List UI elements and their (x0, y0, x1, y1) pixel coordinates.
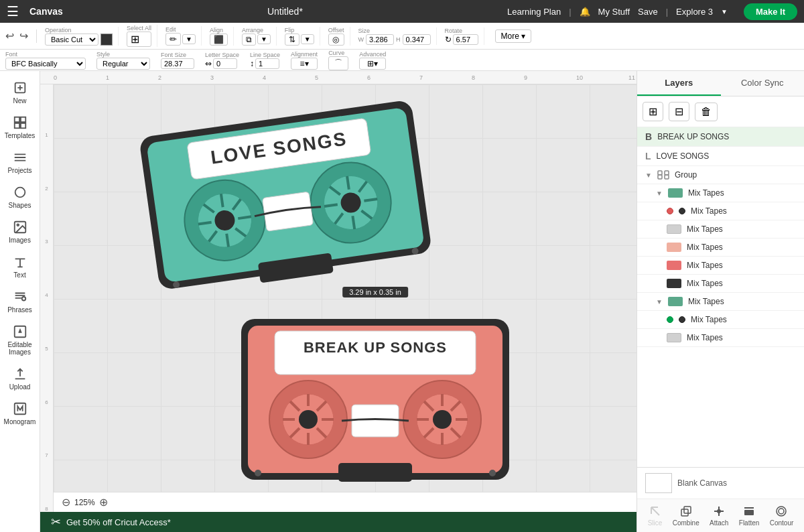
style-select[interactable]: Regular (96, 58, 150, 70)
style-label: Style (96, 51, 150, 58)
layer-mix-tapes-1b[interactable]: Mix Tapes (637, 220, 804, 239)
contour-label: Contour (770, 519, 794, 527)
arrange-chevron-icon[interactable]: ▼ (257, 34, 271, 44)
operation-color-swatch[interactable] (100, 34, 113, 46)
make-it-button[interactable]: Make It (744, 3, 797, 20)
sidebar-item-projects[interactable]: Projects (3, 146, 38, 178)
bell-icon[interactable]: 🔔 (580, 7, 590, 17)
layer-mix-tapes-1[interactable]: ▼ Mix Tapes (637, 184, 804, 202)
layer-mix-tapes-1e[interactable]: Mix Tapes (637, 275, 804, 293)
edit-chevron-icon[interactable]: ▼ (182, 34, 196, 44)
sidebar-item-phrases[interactable]: Phrases (3, 285, 38, 318)
layer-love-songs[interactable]: L LOVE SONGS (637, 147, 804, 166)
svg-line-32 (352, 216, 354, 229)
layer-mix-tapes-2[interactable]: ▼ Mix Tapes (637, 293, 804, 311)
size-h-input[interactable] (403, 34, 431, 45)
more-button[interactable]: More ▾ (495, 29, 532, 43)
flip-chevron-icon[interactable]: ▼ (301, 34, 314, 44)
cassette-break-up-songs[interactable]: 3.29 in x 0.35 in BREAK UP SONGS (234, 306, 516, 490)
layer-mix-tapes-2a[interactable]: Mix Tapes (637, 311, 804, 329)
explore-button[interactable]: Explore 3 (676, 7, 713, 17)
alignment-label: Alignment (291, 51, 318, 58)
flatten-tool[interactable]: Flatten (739, 505, 760, 527)
contour-tool[interactable]: Contour (770, 505, 794, 527)
svg-rect-39 (262, 192, 313, 231)
curve-button[interactable]: ⌒ (328, 56, 348, 70)
sidebar-item-text[interactable]: Text (3, 251, 38, 283)
promo-text[interactable]: Get 50% off Cricut Access* (66, 517, 171, 527)
rotate-label: Rotate (445, 27, 478, 34)
size-w-input[interactable] (366, 34, 394, 45)
cassette-love-songs[interactable]: LOVE SONGS (129, 84, 440, 302)
layer-mix-tapes-1d-icon (667, 261, 681, 270)
zoom-out-button[interactable]: ⊖ (62, 496, 70, 509)
svg-rect-77 (681, 509, 688, 516)
panel-delete-button[interactable]: 🗑 (695, 103, 718, 121)
svg-point-72 (489, 470, 496, 476)
line-space-input[interactable] (255, 58, 279, 69)
sidebar-text-label: Text (13, 271, 25, 279)
svg-line-22 (198, 222, 212, 224)
tab-layers[interactable]: Layers (637, 71, 721, 96)
font-select[interactable]: BFC Basically (5, 58, 86, 70)
line-space-label: Line Space (250, 52, 280, 58)
sidebar-item-upload[interactable]: Upload (3, 362, 38, 395)
explore-chevron-icon: ▼ (721, 8, 728, 15)
panel-ungroup-button[interactable]: ⊟ (669, 102, 689, 121)
flip-icon[interactable]: ⇅ (285, 34, 299, 46)
group-icon (657, 170, 669, 180)
advanced-button[interactable]: ⊞▾ (359, 58, 386, 70)
arrange-icon[interactable]: ⧉ (242, 34, 256, 46)
menu-icon[interactable]: ☰ (7, 3, 19, 19)
layer-mix-tapes-2b-icon (667, 333, 681, 342)
sidebar-item-templates[interactable]: Templates (3, 111, 38, 143)
zoom-level: 125% (74, 498, 95, 507)
layer-mix-tapes-1e-label: Mix Tapes (687, 279, 723, 288)
attach-tool[interactable]: Attach (710, 505, 728, 527)
size-tooltip: 3.29 in x 0.35 in (342, 287, 408, 297)
svg-point-71 (255, 470, 261, 476)
tab-color-sync[interactable]: Color Sync (721, 71, 805, 96)
arrange-label: Arrange (242, 27, 271, 34)
layer-mix-tapes-1c[interactable]: Mix Tapes (637, 239, 804, 257)
panel-group-button[interactable]: ⊞ (643, 102, 663, 121)
sidebar-shapes-label: Shapes (9, 202, 31, 209)
sidebar-images-label: Images (9, 237, 31, 244)
svg-point-60 (433, 410, 452, 429)
svg-line-31 (347, 176, 349, 190)
save-button[interactable]: Save (638, 7, 658, 17)
my-stuff-link[interactable]: My Stuff (598, 7, 630, 17)
sidebar-item-new[interactable]: New (3, 76, 38, 109)
layer-group-chevron-icon[interactable]: ▼ (645, 172, 652, 179)
layer-mix-tapes-2-chevron-icon[interactable]: ▼ (656, 298, 663, 306)
redo-button[interactable]: ↪ (19, 29, 28, 42)
layer-group[interactable]: ▼ Group (637, 166, 804, 184)
svg-line-33 (324, 204, 338, 206)
right-nav: Learning Plan | 🔔 My Stuff Save | Explor… (507, 7, 728, 17)
layer-mix-tapes-1a[interactable]: Mix Tapes (637, 202, 804, 220)
rotate-input[interactable] (453, 34, 478, 45)
combine-tool[interactable]: Combine (673, 505, 699, 527)
sidebar-item-images[interactable]: Images (3, 216, 38, 248)
alignment-button[interactable]: ≡▾ (291, 58, 318, 70)
zoom-in-button[interactable]: ⊕ (99, 496, 108, 509)
sidebar-item-editable-images[interactable]: Editable Images (3, 320, 38, 360)
offset-label: Offset (328, 27, 344, 34)
layer-break-up-songs[interactable]: B BREAK UP SONGS (637, 127, 804, 147)
font-size-input[interactable] (161, 58, 194, 69)
undo-button[interactable]: ↩ (5, 29, 14, 42)
sidebar-item-monogram[interactable]: Monogram (3, 397, 38, 429)
edit-icon[interactable]: ✏ (165, 33, 181, 46)
layer-mix-tapes-1d[interactable]: Mix Tapes (637, 257, 804, 275)
layer-mix-tapes-2-label: Mix Tapes (688, 297, 724, 306)
layer-mix-tapes-2b[interactable]: Mix Tapes (637, 329, 804, 347)
sidebar-item-shapes[interactable]: Shapes (3, 181, 38, 213)
svg-rect-12 (14, 403, 25, 415)
layer-mix-tapes-1-chevron-icon[interactable]: ▼ (656, 190, 663, 197)
canvas-label: Canvas (29, 6, 63, 17)
svg-rect-69 (352, 405, 399, 437)
operation-select[interactable]: Basic Cut (45, 34, 98, 46)
letter-space-input[interactable] (213, 58, 237, 69)
flip-label: Flip (285, 27, 314, 34)
blank-canvas-swatch[interactable] (645, 473, 672, 493)
